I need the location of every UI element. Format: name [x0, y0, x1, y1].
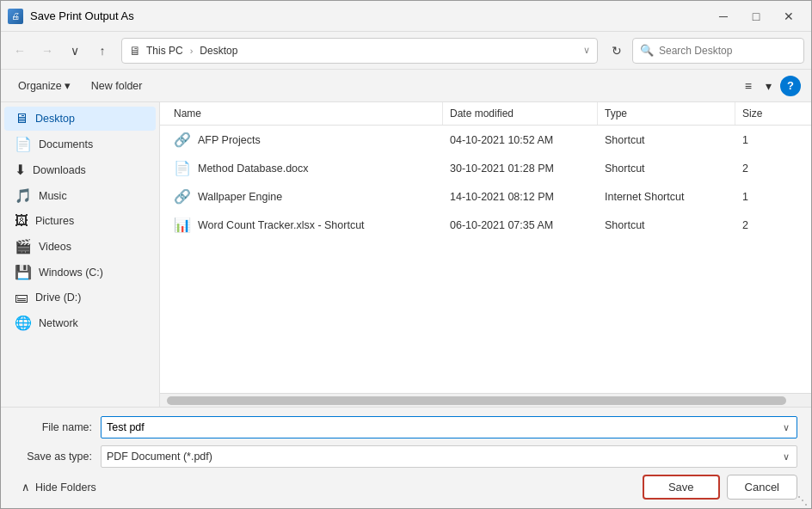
horizontal-scrollbar[interactable] [160, 393, 811, 407]
organize-label: Organize [18, 80, 62, 92]
breadcrumb-desktop[interactable]: Desktop [200, 45, 237, 57]
savetype-dropdown-icon[interactable]: ∨ [776, 446, 797, 467]
file-name: Wallpaper Engine [198, 191, 282, 203]
file-type-cell: Shortcut [598, 156, 735, 181]
new-folder-button[interactable]: New folder [84, 77, 150, 95]
file-type: Shortcut [605, 219, 645, 231]
sidebar-item-videos[interactable]: 🎬 Videos [4, 234, 156, 259]
pictures-icon: 🖼 [15, 213, 28, 229]
table-row[interactable]: 📊 Word Count Tracker.xlsx - Shortcut 06-… [160, 211, 811, 239]
breadcrumb-sep1: › [190, 46, 194, 56]
sidebar-item-label-downloads: Downloads [33, 164, 86, 176]
sidebar-item-label-music: Music [39, 190, 67, 202]
table-row[interactable]: 🔗 AFP Projects 04-10-2021 10:52 AM Short… [160, 126, 811, 154]
col-name[interactable]: Name [167, 102, 443, 125]
filename-input[interactable] [102, 421, 776, 433]
network-icon: 🌐 [15, 315, 32, 331]
cancel-button[interactable]: Cancel [727, 475, 797, 500]
file-type-cell: Internet Shortcut [598, 185, 735, 209]
file-date-cell: 30-10-2021 01:28 PM [443, 156, 598, 181]
file-name: AFP Projects [198, 134, 261, 146]
sidebar-item-desktop[interactable]: 🖥 Desktop [4, 107, 156, 131]
file-type: Internet Shortcut [605, 191, 684, 203]
sidebar-item-windows-c[interactable]: 💾 Windows (C:) [4, 260, 156, 285]
sidebar-item-downloads[interactable]: ⬇ Downloads [4, 157, 156, 182]
main-content: 🖥 Desktop 📄 Documents ⬇ Downloads 🎵 Musi… [1, 102, 811, 407]
history-dropdown-button[interactable]: ∨ [63, 39, 87, 63]
view-dropdown-button[interactable]: ▾ [760, 76, 777, 96]
save-button[interactable]: Save [643, 475, 720, 500]
table-row[interactable]: 🔗 Wallpaper Engine 14-10-2021 08:12 PM I… [160, 182, 811, 211]
organize-button[interactable]: Organize ▾ [11, 76, 77, 95]
navigation-toolbar: ← → ∨ ↑ 🖥 This PC › Desktop ∨ ↻ 🔍 [1, 32, 811, 70]
sidebar: 🖥 Desktop 📄 Documents ⬇ Downloads 🎵 Musi… [1, 102, 160, 407]
up-button[interactable]: ↑ [90, 39, 114, 63]
address-dropdown-icon[interactable]: ∨ [583, 45, 590, 56]
file-date: 14-10-2021 08:12 PM [450, 191, 554, 203]
refresh-button[interactable]: ↻ [605, 39, 629, 63]
savetype-value: PDF Document (*.pdf) [102, 451, 776, 463]
sidebar-item-pictures[interactable]: 🖼 Pictures [4, 209, 156, 233]
close-button[interactable]: ✕ [773, 4, 804, 28]
window-controls: ─ □ ✕ [708, 4, 804, 28]
sidebar-item-label-documents: Documents [39, 138, 93, 150]
hide-folders-arrow-icon: ∧ [22, 481, 30, 494]
help-button[interactable]: ? [780, 76, 801, 96]
search-box[interactable]: 🔍 [632, 38, 804, 64]
sidebar-item-label-network: Network [39, 317, 78, 329]
file-icon: 🔗 [174, 132, 191, 148]
sidebar-item-documents[interactable]: 📄 Documents [4, 132, 156, 156]
file-date: 04-10-2021 10:52 AM [450, 134, 553, 146]
savetype-select-container[interactable]: PDF Document (*.pdf) ∨ [101, 445, 797, 468]
file-size: 1 [742, 191, 748, 203]
file-name: Word Count Tracker.xlsx - Shortcut [198, 219, 365, 231]
organize-toolbar: Organize ▾ New folder ≡ ▾ ? [1, 70, 811, 102]
file-list: Name Date modified Type Size 🔗 AFP Proje… [160, 102, 811, 407]
file-date: 06-10-2021 07:35 AM [450, 219, 553, 231]
column-headers: Name Date modified Type Size [160, 102, 811, 126]
col-size[interactable]: Size [735, 102, 804, 125]
file-date-cell: 06-10-2021 07:35 AM [443, 213, 598, 237]
downloads-icon: ⬇ [15, 162, 26, 178]
file-size: 2 [742, 163, 748, 175]
search-input[interactable] [659, 45, 797, 57]
file-icon: 🔗 [174, 188, 191, 205]
address-bar[interactable]: 🖥 This PC › Desktop ∨ [121, 38, 598, 64]
file-name-cell: 📄 Method Database.docx [167, 154, 443, 182]
file-type-cell: Shortcut [598, 213, 735, 237]
view-mode-button[interactable]: ≡ [740, 76, 757, 96]
resize-handle[interactable]: ⋱ [797, 494, 808, 506]
maximize-button[interactable]: □ [741, 4, 772, 28]
windows-c-icon: 💾 [15, 264, 32, 280]
file-type: Shortcut [605, 163, 645, 175]
file-date: 30-10-2021 01:28 PM [450, 163, 554, 175]
col-type[interactable]: Type [598, 102, 735, 125]
filename-row: File name: ∨ [15, 416, 797, 438]
forward-button[interactable]: → [35, 39, 59, 63]
back-button[interactable]: ← [8, 39, 32, 63]
table-row[interactable]: 📄 Method Database.docx 30-10-2021 01:28 … [160, 154, 811, 182]
dialog-actions: Save Cancel [643, 475, 797, 500]
file-name-cell: 🔗 AFP Projects [167, 126, 443, 154]
titlebar: 🖨 Save Print Output As ─ □ ✕ [1, 1, 811, 32]
sidebar-item-network[interactable]: 🌐 Network [4, 310, 156, 335]
sidebar-item-label-windows-c: Windows (C:) [39, 267, 103, 279]
view-controls: ≡ ▾ ? [740, 76, 801, 96]
file-size: 2 [742, 219, 748, 231]
file-name-cell: 🔗 Wallpaper Engine [167, 182, 443, 211]
breadcrumb-thispc[interactable]: This PC [146, 45, 183, 57]
hide-folders-label: Hide Folders [35, 481, 96, 494]
desktop-icon: 🖥 [15, 111, 28, 126]
filename-dropdown-icon[interactable]: ∨ [776, 417, 797, 438]
file-name-cell: 📊 Word Count Tracker.xlsx - Shortcut [167, 211, 443, 239]
sidebar-item-music[interactable]: 🎵 Music [4, 183, 156, 208]
col-date[interactable]: Date modified [443, 102, 598, 125]
file-size-cell: 1 [735, 128, 804, 152]
filename-input-container[interactable]: ∨ [101, 416, 797, 438]
file-size: 1 [742, 134, 748, 146]
hide-folders-button[interactable]: ∧ Hide Folders [15, 477, 103, 497]
sidebar-item-drive-d[interactable]: 🖴 Drive (D:) [4, 285, 156, 310]
file-size-cell: 2 [735, 156, 804, 181]
file-rows: 🔗 AFP Projects 04-10-2021 10:52 AM Short… [160, 126, 811, 393]
minimize-button[interactable]: ─ [708, 4, 739, 28]
